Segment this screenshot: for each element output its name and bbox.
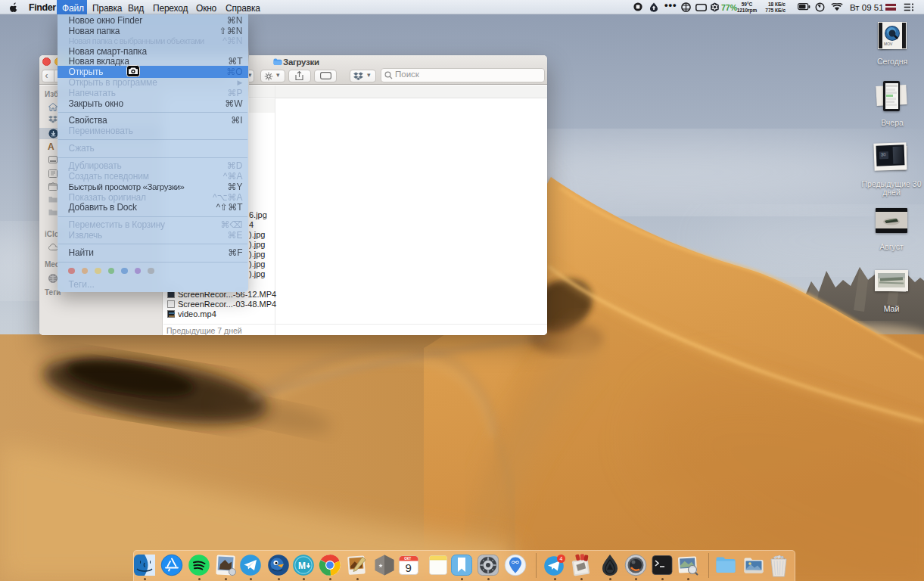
svg-text:9: 9 (406, 561, 412, 574)
svg-text:ОКТ: ОКТ (404, 557, 411, 561)
svg-text:M: M (298, 561, 306, 571)
svg-text:4: 4 (560, 556, 563, 561)
